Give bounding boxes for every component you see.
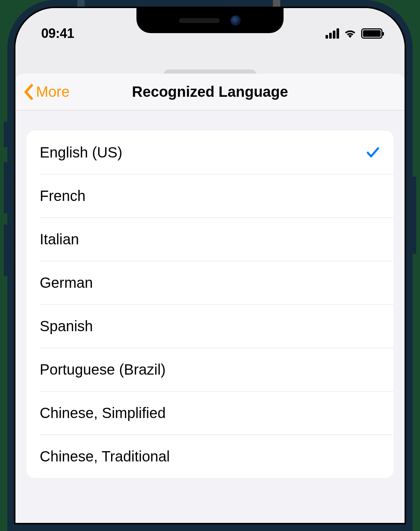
language-list: English (US)FrenchItalianGermanSpanishPo… <box>26 131 394 478</box>
phone-frame: 09:41 <box>0 0 420 531</box>
wifi-icon <box>344 29 357 38</box>
back-button-label: More <box>36 84 70 100</box>
language-row[interactable]: Chinese, Simplified <box>26 391 394 435</box>
language-row[interactable]: Chinese, Traditional <box>26 435 394 478</box>
speaker <box>179 18 220 23</box>
language-row[interactable]: Portuguese (Brazil) <box>26 348 394 391</box>
language-label: English (US) <box>40 144 122 161</box>
back-button[interactable]: More <box>15 84 70 100</box>
mute-switch[interactable] <box>4 121 7 147</box>
language-row[interactable]: German <box>26 261 394 304</box>
cellular-signal-icon <box>325 28 339 39</box>
chevron-left-icon <box>24 84 33 100</box>
language-row[interactable]: French <box>26 174 394 217</box>
language-label: Portuguese (Brazil) <box>40 361 165 378</box>
status-time: 09:41 <box>41 26 74 41</box>
checkmark-icon <box>366 145 380 160</box>
language-row[interactable]: Italian <box>26 217 394 261</box>
language-label: Chinese, Traditional <box>40 448 170 465</box>
volume-up-button[interactable] <box>4 162 7 213</box>
navigation-bar: More Recognized Language <box>15 74 405 110</box>
notch <box>136 8 284 33</box>
language-row[interactable]: Spanish <box>26 304 394 348</box>
phone-body: 09:41 <box>7 0 413 531</box>
page-title: Recognized Language <box>15 84 405 100</box>
app-content: More Recognized Language English (US)Fre… <box>15 8 405 523</box>
antenna-band <box>77 0 85 7</box>
language-label: German <box>40 275 93 291</box>
language-label: Chinese, Simplified <box>40 405 165 421</box>
list-container: English (US)FrenchItalianGermanSpanishPo… <box>15 110 405 478</box>
screen: 09:41 <box>15 8 405 523</box>
status-icons <box>325 28 382 39</box>
antenna-band <box>273 0 280 7</box>
language-row[interactable]: English (US) <box>26 131 394 174</box>
language-label: Spanish <box>40 318 93 334</box>
battery-icon <box>361 28 382 39</box>
front-camera <box>231 15 241 26</box>
modal-sheet: More Recognized Language English (US)Fre… <box>15 74 405 523</box>
power-button[interactable] <box>413 177 416 254</box>
volume-down-button[interactable] <box>4 224 7 276</box>
language-label: French <box>40 188 86 204</box>
language-label: Italian <box>40 231 79 248</box>
